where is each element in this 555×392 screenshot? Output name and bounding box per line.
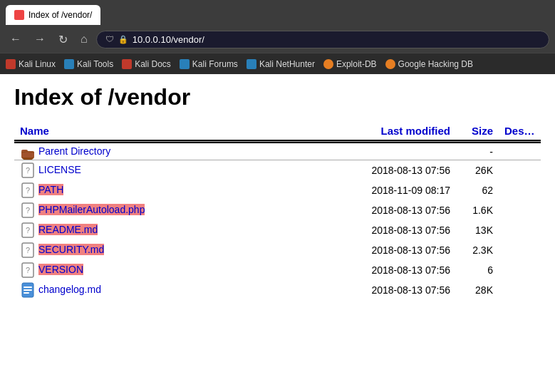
svg-text:?: ? xyxy=(26,166,30,175)
file-modified-cell: 2018-08-13 07:56 xyxy=(313,260,456,280)
unknown-icon: ? xyxy=(20,262,36,278)
home-button[interactable]: ⌂ xyxy=(76,31,92,47)
svg-rect-18 xyxy=(24,292,29,294)
bookmark-label: Kali Forums xyxy=(192,59,238,69)
file-modified-cell: 2018-11-09 08:17 xyxy=(313,180,456,200)
bookmark-kali-linux[interactable]: Kali Linux xyxy=(6,59,56,69)
file-modified-cell: 2018-08-13 07:56 xyxy=(313,280,456,300)
file-modified-cell: 2018-08-13 07:56 xyxy=(313,160,456,180)
file-link[interactable]: VERSION xyxy=(38,264,83,275)
table-row: ? SECURITY.md2018-08-13 07:562.3K xyxy=(14,240,541,260)
col-header-modified: Last modified xyxy=(313,122,456,140)
file-size-cell: - xyxy=(456,143,499,160)
tab-favicon xyxy=(14,10,24,20)
svg-text:?: ? xyxy=(26,206,30,215)
svg-rect-16 xyxy=(24,287,32,288)
bookmark-kali-tools[interactable]: Kali Tools xyxy=(64,59,113,69)
file-desc-cell xyxy=(499,220,541,240)
table-row: ? PATH2018-11-09 08:1762 xyxy=(14,180,541,200)
svg-text:?: ? xyxy=(26,246,30,254)
bookmark-label: Exploit-DB xyxy=(336,59,377,69)
kali-nethunter-icon xyxy=(247,59,256,69)
file-desc-cell xyxy=(499,240,541,260)
unknown-icon: ? xyxy=(20,202,36,218)
svg-text:?: ? xyxy=(26,226,30,234)
lock-icon: 🔒 xyxy=(118,35,128,44)
file-name-cell: ? VERSION xyxy=(14,260,313,280)
file-modified-cell: 2018-08-13 07:56 xyxy=(313,240,456,260)
back-button[interactable]: ← xyxy=(6,31,26,47)
file-name-cell: ? PHPMailerAutoload.php xyxy=(14,200,313,220)
forward-button[interactable]: → xyxy=(30,31,50,47)
table-header-row: Name Last modified Size Des… xyxy=(14,122,541,140)
file-desc-cell xyxy=(499,180,541,200)
bookmark-kali-nethunter[interactable]: Kali NetHunter xyxy=(247,59,315,69)
bookmark-kali-docs[interactable]: Kali Docs xyxy=(122,59,171,69)
col-header-size: Size xyxy=(456,122,499,140)
unknown-icon: ? xyxy=(20,242,36,258)
file-modified-cell: 2018-08-13 07:56 xyxy=(313,200,456,220)
unknown-icon: ? xyxy=(20,222,36,238)
file-link[interactable]: Parent Directory xyxy=(38,145,110,157)
bookmark-label: Kali Docs xyxy=(135,59,171,69)
file-name-cell: ? PATH xyxy=(14,180,313,200)
sort-name-link[interactable]: Name xyxy=(20,125,49,137)
directory-table: Name Last modified Size Des… xyxy=(14,122,541,300)
col-header-name: Name xyxy=(14,122,313,140)
table-row: ? PHPMailerAutoload.php2018-08-13 07:561… xyxy=(14,200,541,220)
file-name-cell: ? LICENSE xyxy=(14,160,313,180)
file-name-cell: ? SECURITY.md xyxy=(14,240,313,260)
table-row: ? README.md2018-08-13 07:5613K xyxy=(14,220,541,240)
file-size-cell: 6 xyxy=(456,260,499,280)
file-link[interactable]: PATH xyxy=(38,184,63,195)
file-link[interactable]: README.md xyxy=(38,224,98,235)
kali-linux-icon xyxy=(6,59,16,69)
file-name-cell: ? README.md xyxy=(14,220,313,240)
bookmark-label: Google Hacking DB xyxy=(398,59,473,69)
kali-docs-icon xyxy=(122,59,132,69)
bookmark-kali-forums[interactable]: Kali Forums xyxy=(180,59,238,69)
file-size-cell: 1.6K xyxy=(456,200,499,220)
text-icon xyxy=(20,282,36,298)
address-bar[interactable]: 🛡 🔒 10.0.0.10/vendor/ xyxy=(96,31,549,48)
kali-tools-icon xyxy=(64,59,74,69)
reload-button[interactable]: ↻ xyxy=(54,31,72,48)
svg-text:?: ? xyxy=(26,186,30,195)
file-size-cell: 26K xyxy=(456,160,499,180)
file-size-cell: 62 xyxy=(456,180,499,200)
table-row: ? VERSION2018-08-13 07:566 xyxy=(14,260,541,280)
file-link[interactable]: LICENSE xyxy=(38,164,81,175)
file-desc-cell xyxy=(499,160,541,180)
tab-title: Index of /vendor/ xyxy=(28,10,92,20)
file-size-cell: 13K xyxy=(456,220,499,240)
url-text: 10.0.0.10/vendor/ xyxy=(133,34,204,45)
bookmark-google-hacking[interactable]: Google Hacking DB xyxy=(385,59,473,69)
table-row: changelog.md2018-08-13 07:5628K xyxy=(14,280,541,300)
file-desc-cell xyxy=(499,260,541,280)
file-name-cell: Parent Directory xyxy=(14,143,313,160)
active-tab[interactable]: Index of /vendor/ xyxy=(6,5,100,25)
sort-desc-link[interactable]: Des… xyxy=(504,125,535,137)
bookmark-label: Kali Linux xyxy=(19,59,56,69)
page-title: Index of /vendor xyxy=(14,81,541,110)
file-link[interactable]: PHPMailerAutoload.php xyxy=(38,204,145,215)
bookmark-label: Kali Tools xyxy=(77,59,113,69)
file-name-cell: changelog.md xyxy=(14,280,313,300)
kali-forums-icon xyxy=(180,59,190,69)
svg-text:?: ? xyxy=(26,266,30,274)
bookmark-exploit-db[interactable]: Exploit-DB xyxy=(323,59,377,69)
bookmark-label: Kali NetHunter xyxy=(259,59,315,69)
bookmarks-bar: Kali Linux Kali Tools Kali Docs Kali For… xyxy=(0,53,555,74)
tab-bar: Index of /vendor/ xyxy=(0,0,555,26)
unknown-icon: ? xyxy=(20,182,36,198)
sort-modified-link[interactable]: Last modified xyxy=(380,125,450,137)
file-size-cell: 2.3K xyxy=(456,240,499,260)
file-link[interactable]: SECURITY.md xyxy=(38,244,104,255)
sort-size-link[interactable]: Size xyxy=(472,125,493,137)
file-link[interactable]: changelog.md xyxy=(38,284,101,295)
nav-bar: ← → ↻ ⌂ 🛡 🔒 10.0.0.10/vendor/ xyxy=(0,26,555,53)
google-hacking-icon xyxy=(385,59,395,69)
page-content: Index of /vendor Name Last modified Size… xyxy=(0,74,555,359)
shield-icon: 🛡 xyxy=(105,34,114,44)
browser-chrome: Index of /vendor/ ← → ↻ ⌂ 🛡 🔒 10.0.0.10/… xyxy=(0,0,555,74)
